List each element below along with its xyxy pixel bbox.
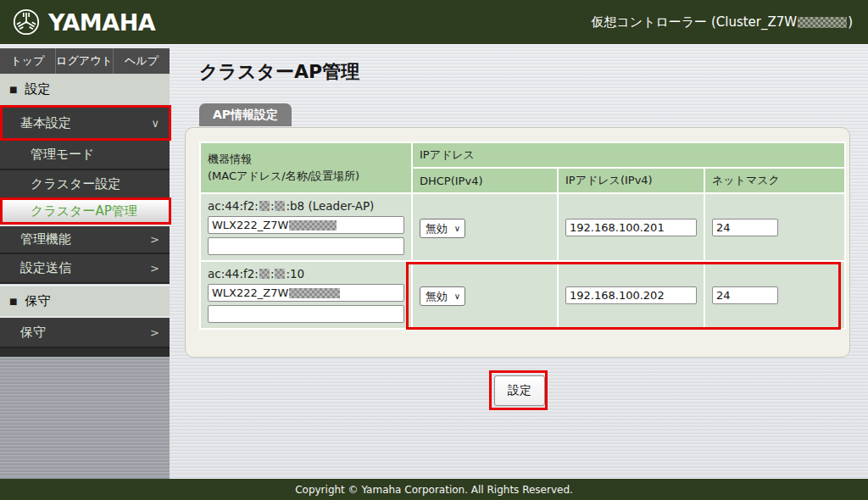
dhcp-cell: 無効 ∨ <box>412 193 558 261</box>
netmask-input[interactable] <box>712 219 778 236</box>
maintenance-label: 保守 <box>20 325 46 341</box>
device-info-label: 機器情報 <box>208 152 404 167</box>
chevron-right-icon: > <box>150 326 159 339</box>
dhcp-cell: 無効 ∨ <box>412 261 558 329</box>
mac-address: ac:44:f2:::b8 (Leader-AP) <box>208 199 404 213</box>
sidebar-item-management-mode[interactable]: 管理モード <box>0 141 170 170</box>
redacted-mac-octet <box>259 201 270 211</box>
sidebar-item-management-functions[interactable]: 管理機能 > <box>0 226 170 254</box>
nav-tab-logout[interactable]: ログアウト <box>55 48 113 74</box>
page-title: クラスターAP管理 <box>199 59 868 85</box>
controller-suffix: ) <box>848 14 853 30</box>
brand-name: YAMAHA <box>48 9 155 36</box>
ap-location-input[interactable] <box>208 237 404 255</box>
netmask-input[interactable] <box>712 286 778 304</box>
management-functions-label: 管理機能 <box>20 231 71 247</box>
dhcp-selected-value: 無効 <box>426 221 448 236</box>
netmask-cell <box>704 193 845 261</box>
ap-name-value: WLX222_Z7W <box>212 286 288 299</box>
yamaha-logo: YAMAHA <box>12 8 155 36</box>
col-header-ip-group: IPアドレス <box>412 142 845 168</box>
ap-location-input[interactable] <box>208 305 404 323</box>
sidebar-item-maintenance[interactable]: 保守 > <box>0 318 170 348</box>
ip-cell <box>558 261 704 329</box>
config-send-label: 設定送信 <box>20 260 71 276</box>
controller-prefix: 仮想コントローラー (Cluster_Z7W <box>591 14 797 31</box>
dhcp-select[interactable]: 無効 ∨ <box>420 219 465 238</box>
redacted-cluster-id <box>798 17 847 28</box>
dhcp-selected-value: 無効 <box>426 289 448 304</box>
submit-button[interactable]: 設定 <box>494 375 545 406</box>
sidebar-gray-filler <box>0 357 170 479</box>
section-settings-label: 設定 <box>25 81 50 97</box>
redacted-mac-octet <box>275 201 285 211</box>
sidebar-section-settings: ■ 設定 <box>0 74 170 105</box>
col-header-netmask: ネットマスク <box>704 168 845 193</box>
col-header-dhcp: DHCP(IPv4) <box>412 168 558 193</box>
col-header-ip: IPアドレス(IPv4) <box>558 168 704 193</box>
ap-name-input[interactable]: WLX222_Z7W <box>208 216 404 234</box>
top-nav: トップ ログアウト ヘルプ <box>0 48 170 74</box>
dropdown-arrow-icon: ∨ <box>454 292 460 301</box>
redacted-mac-octet <box>259 269 270 279</box>
redacted-ap-name <box>289 220 337 231</box>
footer: Copyright © Yamaha Corporation. All Righ… <box>0 479 868 500</box>
sidebar-item-cluster-ap-management[interactable]: クラスターAP管理 <box>0 200 170 222</box>
nav-tab-help[interactable]: ヘルプ <box>113 48 170 74</box>
cluster-settings-label: クラスター設定 <box>31 176 120 192</box>
ap-row-leader: ac:44:f2:::b8 (Leader-AP) WLX222_Z7W 無効 … <box>200 193 845 261</box>
cluster-ap-label: クラスターAP管理 <box>31 203 137 219</box>
sidebar-dark-filler <box>0 348 170 357</box>
redacted-ap-name <box>289 288 340 298</box>
section-bullet-icon: ■ <box>9 86 17 94</box>
chevron-right-icon: > <box>150 233 159 246</box>
ap-settings-panel: 機器情報 (MACアドレス/名称/設置場所) IPアドレス DHCP(IPv4)… <box>185 127 850 358</box>
main-content: クラスターAP管理 AP情報設定 機器情報 (MACアドレス/名称/設置場所) … <box>170 44 868 479</box>
sidebar-section-maintenance: ■ 保守 <box>0 286 170 316</box>
sidebar: トップ ログアウト ヘルプ ■ 設定 基本設定 ∨ 管理モード クラスター設定 … <box>0 44 170 479</box>
section-bullet-icon: ■ <box>9 297 17 306</box>
device-cell: ac:44:f2:::10 WLX222_Z7W <box>200 261 412 329</box>
ap-name-input[interactable]: WLX222_Z7W <box>208 284 404 302</box>
ap-table: 機器情報 (MACアドレス/名称/設置場所) IPアドレス DHCP(IPv4)… <box>199 142 846 330</box>
sidebar-item-cluster-settings[interactable]: クラスター設定 <box>0 170 170 200</box>
col-header-device-info: 機器情報 (MACアドレス/名称/設置場所) <box>200 142 412 193</box>
dhcp-select[interactable]: 無効 ∨ <box>420 286 465 306</box>
management-mode-label: 管理モード <box>31 147 95 163</box>
dropdown-arrow-icon: ∨ <box>454 225 460 233</box>
controller-label: 仮想コントローラー (Cluster_Z7W) <box>591 14 853 31</box>
device-info-sublabel: (MACアドレス/名称/設置場所) <box>208 169 404 184</box>
sidebar-item-config-send[interactable]: 設定送信 > <box>0 254 170 284</box>
mac-address: ac:44:f2:::10 <box>208 267 404 281</box>
section-maintenance-label: 保守 <box>25 293 50 309</box>
basic-settings-label: 基本設定 <box>20 115 71 131</box>
nav-tab-top[interactable]: トップ <box>0 48 55 74</box>
page-body: トップ ログアウト ヘルプ ■ 設定 基本設定 ∨ 管理モード クラスター設定 … <box>0 44 868 479</box>
yamaha-tuning-fork-icon <box>12 8 41 36</box>
ip-address-input[interactable] <box>565 219 697 236</box>
redacted-mac-octet <box>275 269 285 279</box>
copyright-text: Copyright © Yamaha Corporation. All Righ… <box>295 484 573 496</box>
ap-name-value: WLX222_Z7W <box>212 219 288 231</box>
device-cell: ac:44:f2:::b8 (Leader-AP) WLX222_Z7W <box>200 193 412 261</box>
ip-address-input[interactable] <box>565 286 697 304</box>
titlebar: YAMAHA 仮想コントローラー (Cluster_Z7W) <box>0 0 868 44</box>
ip-cell <box>558 193 704 261</box>
ap-row-member: ac:44:f2:::10 WLX222_Z7W 無効 ∨ <box>200 261 845 329</box>
chevron-down-icon: ∨ <box>151 117 159 130</box>
netmask-cell <box>704 261 845 329</box>
sidebar-item-basic-settings[interactable]: 基本設定 ∨ <box>0 108 170 138</box>
tab-ap-info-settings[interactable]: AP情報設定 <box>199 103 292 126</box>
chevron-right-icon: > <box>150 262 159 275</box>
